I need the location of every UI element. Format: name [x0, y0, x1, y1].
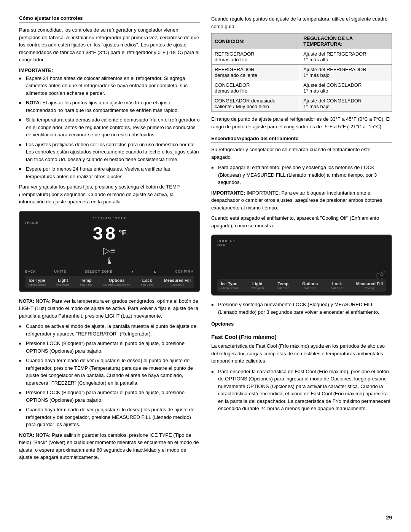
- display-panel: RECOMMENDED FRIDGE 38 °F ▷≡🌡 BACK UNITS …: [19, 211, 200, 292]
- btn-measured-fill-cooling[interactable]: Measured Fill Cooling: [356, 281, 383, 289]
- btn-lock-cooling[interactable]: Lock hold 1 sec: [331, 281, 343, 289]
- table-row: REFRIGERADORdemasiado caliente Ajuste de…: [212, 65, 392, 80]
- encendido-bullets: Para apagar el enfriamiento, presione y …: [211, 164, 392, 186]
- btn-options[interactable]: Options Calibrate Measured Fill: [103, 278, 131, 286]
- rango-p: El rango de punto de ajuste para el refr…: [211, 115, 392, 130]
- table-cell: CONGELADOR demasiadocaliente / Muy poco …: [212, 96, 300, 112]
- btn-temp[interactable]: Temp hold 3 sec: [80, 278, 92, 286]
- table-row: REFRIGERADORdemasiado frío Ajuste del RE…: [212, 49, 392, 65]
- list-item: Presione LOCK (Bloquear) para aumentar e…: [19, 389, 200, 404]
- list-item: Si la temperatura está demasiado calient…: [19, 116, 200, 139]
- btn-ice-type[interactable]: Ice Type cubed/crushed: [28, 278, 46, 286]
- presione-bullets: Presione y sostenga nuevamente LOCK (Blo…: [211, 301, 392, 316]
- btn-measured-fill[interactable]: Measured Fill Cooling Off: [164, 278, 191, 286]
- list-item: Cuando haya terminado de ver (y ajustar …: [19, 406, 200, 428]
- list-item: Presione y sostenga nuevamente LOCK (Blo…: [211, 301, 392, 316]
- btn-lock[interactable]: Lock hold 3 sec: [141, 278, 153, 286]
- btn-options-cooling[interactable]: Options hold 3 sec: [302, 281, 318, 289]
- table-row: CONGELADOR demasiadocaliente / Muy poco …: [212, 96, 392, 112]
- list-item: Para encender la característica de Fast …: [211, 368, 392, 412]
- table-cell: Ajuste del CONGELADOR1° más bajo: [300, 96, 392, 112]
- unit-f: °F: [119, 228, 126, 237]
- table-cell: REFRIGERADORdemasiado frío: [212, 49, 300, 65]
- btn-light[interactable]: Light off/on/pads: [56, 278, 70, 286]
- temp-display: 38: [92, 225, 118, 244]
- encendido-title: Encendido/Apagado del enfriamiento: [211, 136, 392, 143]
- control-down: ▼: [131, 270, 135, 273]
- list-item: Cuando haya terminado de ver (y ajustar …: [19, 357, 200, 387]
- table-cell: Ajuste del REFRIGERADOR1° más alto: [300, 49, 392, 65]
- table-cell: CONGELADORdemasiado frío: [212, 80, 300, 96]
- fast-cool-title: Fast Cool (Frío máximo): [211, 334, 392, 340]
- importante-label: IMPORTANTE:: [19, 67, 200, 73]
- page-number: 29: [386, 514, 392, 521]
- controls-row: BACK UNITS SELECT ZONE ▼ ▲ CONFIRM: [25, 270, 194, 273]
- list-item: Espere 24 horas antes de colocar aliment…: [19, 75, 200, 97]
- control-units: UNITS: [54, 270, 67, 273]
- fridge-label: FRIDGE: [25, 221, 38, 225]
- intro-p1: Para su comodidad, los controles de su r…: [19, 26, 200, 64]
- table-row: CONGELADORdemasiado frío Ajuste del CONG…: [212, 80, 392, 96]
- button-bar: Ice Type cubed/crushed Light off/on/pads…: [25, 276, 194, 288]
- table-cell: REFRIGERADORdemasiado caliente: [212, 65, 300, 80]
- list-item: Los ajustes prefijados deben ser los cor…: [19, 141, 200, 163]
- fast-cool-bullets: Para encender la característica de Fast …: [211, 368, 392, 412]
- list-item: Cuando se activa el modo de ajuste, la p…: [19, 323, 200, 337]
- cooling-button-bar: Ice Type cubed/crushed Light off/on/pads…: [217, 279, 386, 292]
- para-ver-p: Para ver y ajustar los puntos fijos, pre…: [19, 183, 200, 206]
- table-cell: Ajuste del REFRIGERADOR1° más bajo: [300, 65, 392, 80]
- section-title-left: Cómo ajustar los controles: [19, 15, 200, 23]
- btn-temp-cooling[interactable]: Temp hold 3 sec: [277, 281, 289, 289]
- list-item: Espere por lo menos 24 horas entre ajust…: [19, 165, 200, 180]
- table-header-regulacion: REGULACIÓN DE LATEMPERATURA:: [300, 34, 392, 49]
- encendido-p: Su refrigerador y congelador no se enfri…: [211, 146, 392, 161]
- nota-salir: NOTA: NOTA: Para salir sin guardar los c…: [19, 431, 200, 461]
- table-cell: Ajuste del CONGELADOR1° más alto: [300, 80, 392, 96]
- control-up: ▲: [153, 270, 157, 273]
- condition-table: CONDICIÓN: REGULACIÓN DE LATEMPERATURA: …: [211, 33, 392, 112]
- importante-encendido: IMPORTANTE: IMPORTANTE: Para evitar bloq…: [211, 189, 392, 212]
- left-column: Cómo ajustar los controles Para su comod…: [19, 15, 200, 464]
- opciones-title: Opciones: [211, 321, 392, 328]
- nota-celsius: NOTA: NOTA: Para ver la temperatura en g…: [19, 297, 200, 320]
- thermometer-icon: ▷≡🌡: [25, 245, 194, 267]
- cuando-apagado: Cuando esté apagado el enfriamiento, apa…: [211, 214, 392, 229]
- list-item: Para apagar el enfriamiento, presione y …: [211, 164, 392, 186]
- bullet-list-1: Espere 24 horas antes de colocar aliment…: [19, 75, 200, 181]
- recommended-label: RECOMMENDED: [25, 216, 194, 220]
- control-back: BACK: [25, 270, 36, 273]
- control-select-zone: SELECT ZONE: [85, 270, 113, 273]
- right-column: Cuando regule los puntos de ajuste de la…: [211, 15, 392, 464]
- fast-cool-section: Fast Cool (Frío máximo) La característic…: [211, 334, 392, 412]
- cooling-display-panel: COOLINGOFF ☞ Ice Type cubed/crushed Ligh…: [211, 235, 392, 296]
- btn-ice-type-cooling[interactable]: Ice Type cubed/crushed: [220, 281, 238, 289]
- bullet-list-2: Cuando se activa el modo de ajuste, la p…: [19, 323, 200, 428]
- fast-cool-p: La característica de Fast Cool (Frío máx…: [211, 342, 392, 365]
- table-header-condition: CONDICIÓN:: [212, 34, 300, 49]
- cooling-off-label: COOLINGOFF: [217, 239, 386, 248]
- list-item: NOTA: El ajustar los puntos fijos a un a…: [19, 99, 200, 114]
- list-item: Presione LOCK (Bloquear) para aumentar e…: [19, 340, 200, 355]
- intro-p-right: Cuando regule los puntos de ajuste de la…: [211, 15, 392, 30]
- btn-light-cooling[interactable]: Light off/on/pads: [251, 281, 264, 289]
- control-confirm: CONFIRM: [175, 270, 194, 273]
